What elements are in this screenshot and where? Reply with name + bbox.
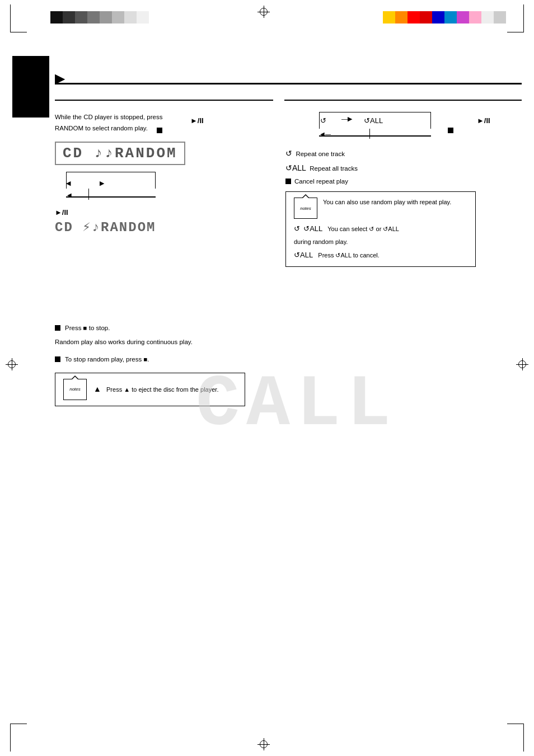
repeat-flow-diagram: ↺ —▶ ↺ALL ◀— (285, 112, 442, 143)
separator-line-left (55, 100, 273, 101)
loop-diagram-box: ◀ ▶ ◀ (55, 172, 167, 203)
bottom-right-corner-mark (507, 724, 524, 752)
stop-bullet-left: Press ■ to stop. (55, 325, 279, 331)
stop-note: Cancel repeat play (285, 176, 521, 187)
crosshair-right (516, 358, 528, 370)
top-left-corner-mark (10, 4, 27, 32)
bottom-left-corner-mark (10, 724, 27, 752)
random-note-text: Random play also works during continuous… (55, 337, 279, 348)
separator-line-right (284, 100, 522, 101)
notes-icon-repeat: notes (294, 198, 317, 219)
black-side-rect (12, 56, 49, 118)
play-pause-instruction: ►/II (55, 208, 279, 217)
color-bar-right (383, 11, 506, 24)
header-rule-thick (55, 83, 522, 84)
notes-icon-eject: notes (63, 379, 87, 400)
left-col-random-section: While the CD player is stopped, press RA… (55, 112, 279, 235)
stop-bullet-left2: To stop random play, press ■. (55, 356, 279, 363)
top-right-corner-mark (507, 4, 524, 32)
crosshair-bottom (257, 738, 270, 750)
crosshair-left (6, 358, 18, 370)
repeat-once-desc: ↺ Repeat one track (285, 147, 521, 161)
crosshair-top (257, 6, 270, 18)
cd-random-display: CD ♪♪RANDOM (55, 142, 185, 165)
repeat-all-desc: ↺ALL Repeat all tracks (285, 162, 521, 175)
right-col-repeat-section: ↺ —▶ ↺ALL ◀— ↺ Repeat one track ↺ALL Rep… (285, 112, 521, 267)
eject-note-box: notes ▲ Press ▲ to eject the disc from t… (55, 373, 245, 406)
left-col-lower: Press ■ to stop. Random play also works … (55, 325, 279, 406)
note-box-repeat: notes You can also use random play with … (285, 191, 476, 267)
color-bar-left (50, 11, 149, 24)
cd-animated-random: CD ⚡♪RANDOM (55, 219, 279, 235)
random-intro-text: While the CD player is stopped, press RA… (55, 112, 279, 134)
